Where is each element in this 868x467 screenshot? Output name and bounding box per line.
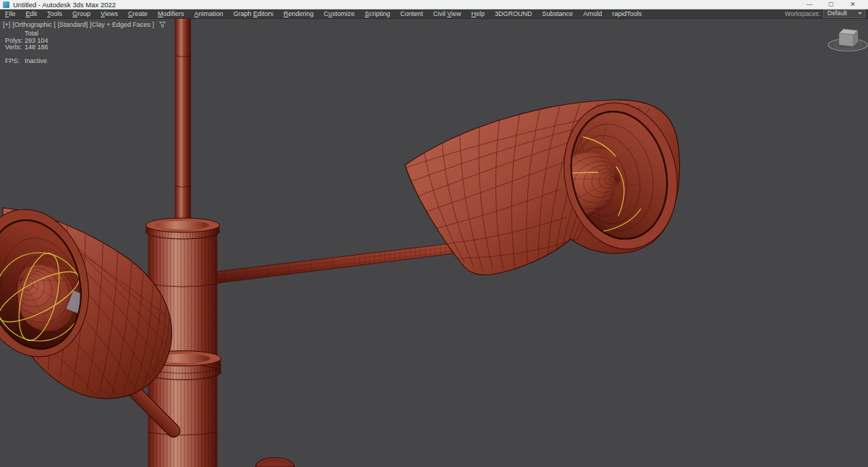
menu-item-help[interactable]: Help [467, 9, 490, 18]
filter-funnel-icon[interactable] [159, 22, 166, 28]
menu-item-edit[interactable]: Edit [21, 9, 43, 18]
workspace-value: Default [827, 9, 847, 17]
menu-item-3dground[interactable]: 3DGROUND [490, 9, 537, 18]
lamp-pole[interactable] [145, 19, 221, 467]
menu-bar: FileEditToolsGroupViewsCreateModifiersAn… [0, 9, 868, 19]
app-icon[interactable] [3, 1, 9, 8]
view-cube[interactable] [828, 29, 867, 51]
menu-item-animation[interactable]: Animation [189, 9, 228, 18]
workspace-dropdown[interactable]: Default [823, 9, 865, 18]
viewport[interactable]: [+] [Orthographic ] [Standard] [Clay + E… [0, 19, 868, 467]
viewport-menu-view[interactable]: [Orthographic ] [12, 21, 56, 28]
menu-item-tools[interactable]: Tools [42, 9, 67, 18]
window-controls: — ▢ ✕ [799, 0, 868, 9]
minimize-button[interactable]: — [799, 0, 820, 9]
maximize-button[interactable]: ▢ [820, 0, 842, 9]
viewport-menu-pos[interactable]: [+] [3, 21, 10, 28]
viewport-label: [+] [Orthographic ] [Standard] [Clay + E… [3, 21, 166, 28]
menu-item-content[interactable]: Content [395, 9, 428, 18]
menu-item-substance[interactable]: Substance [537, 9, 579, 18]
menu-item-scripting[interactable]: Scripting [359, 9, 395, 18]
menu-item-file[interactable]: File [0, 9, 21, 18]
stats-fps-value: Inactive [25, 58, 47, 65]
menu-item-graph-editors[interactable]: Graph Editors [229, 9, 279, 18]
pole-collar-top [146, 218, 220, 239]
title-bar: Untitled - Autodesk 3ds Max 2022 — ▢ ✕ [0, 0, 868, 9]
viewport-canvas[interactable] [0, 19, 868, 467]
menu-items: FileEditToolsGroupViewsCreateModifiersAn… [0, 9, 647, 18]
window-title: Untitled - Autodesk 3ds Max 2022 [13, 1, 116, 9]
viewport-statistics: Total Polys:293 104 Verts:148 186 FPS:In… [5, 30, 48, 64]
stats-verts-label: Verts: [5, 44, 25, 51]
stats-fps-label: FPS: [5, 58, 25, 65]
chevron-down-icon [858, 12, 862, 14]
menu-item-create[interactable]: Create [123, 9, 153, 18]
viewport-menu-standard[interactable]: [Standard] [58, 21, 88, 28]
menu-item-views[interactable]: Views [95, 9, 123, 18]
lamp-dome-bottom[interactable] [255, 458, 294, 467]
menu-item-rapidtools[interactable]: rapidTools [607, 9, 647, 18]
menu-item-arnold[interactable]: Arnold [578, 9, 607, 18]
stats-verts-value: 148 186 [25, 44, 48, 51]
menu-item-civil-view[interactable]: Civil View [428, 9, 467, 18]
menu-item-rendering[interactable]: Rendering [278, 9, 319, 18]
menu-item-modifiers[interactable]: Modifiers [153, 9, 190, 18]
close-button[interactable]: ✕ [842, 0, 864, 9]
lamp-arm-right[interactable] [217, 241, 471, 283]
viewport-menu-shading[interactable]: [Clay + Edged Faces ] [90, 21, 154, 28]
menu-item-customize[interactable]: Customize [319, 9, 360, 18]
menu-item-group[interactable]: Group [67, 9, 95, 18]
workspaces-area: Workspaces: Default [785, 9, 868, 18]
workspaces-label: Workspaces: [785, 10, 820, 17]
